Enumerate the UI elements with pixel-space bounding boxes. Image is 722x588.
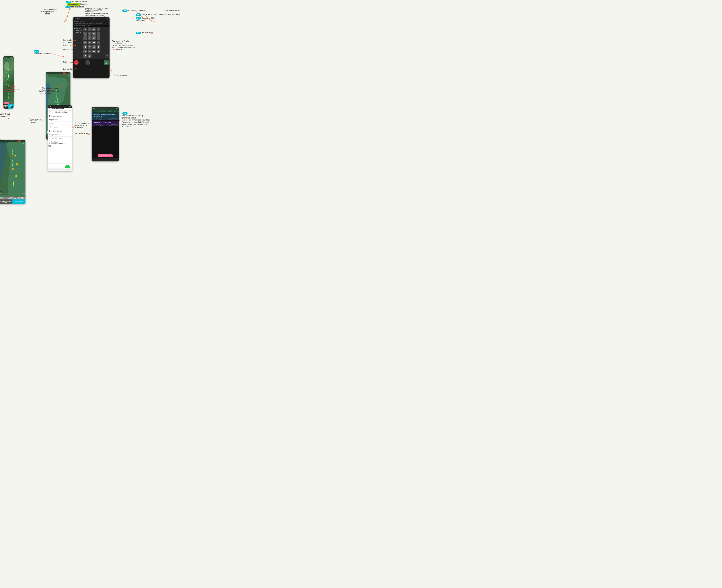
cuscuta-menu-icon[interactable]: ⋮ xyxy=(93,110,95,112)
occ-nav-bar: ⋮ ○ ‹ xyxy=(47,168,72,171)
ann-mark-uncertain: Mark as uncertain ID xyxy=(75,132,90,134)
occ-cod-foto-row[interactable]: código da foto xyxy=(47,133,72,136)
ann-mark-poi-text: Mark Point of Interest xyxy=(34,53,50,55)
clematis-fld-btn[interactable]: Fl+D xyxy=(111,124,116,126)
crassula-uncertain-btn[interactable]: ? xyxy=(95,118,98,120)
clematis-uncertain-btn[interactable]: ? xyxy=(95,124,98,126)
occ-cod-colheita-row[interactable]: código da colheita xyxy=(47,136,72,140)
spp-crassula-pheno: ⋮ ? Veg Imm Disp Fl+D Flow xyxy=(93,118,118,120)
radio-duvida[interactable]: DÚVIDA xyxy=(74,32,82,34)
key-X[interactable]: X xyxy=(97,49,100,53)
radio-genero[interactable]: GÉNERO xyxy=(74,30,82,31)
key-F[interactable]: F xyxy=(88,32,91,36)
backspace-key[interactable]: ⌫ xyxy=(105,54,109,58)
key-E[interactable]: E xyxy=(83,32,87,36)
cuscuta-fld-btn[interactable]: Fl+D xyxy=(111,110,116,112)
clematis-disp-btn[interactable]: Disp xyxy=(107,124,111,126)
key-L[interactable]: L xyxy=(97,36,100,40)
species-panel-subheader: 38.48877 -8.56440 Denom | Rank | Biol | … xyxy=(73,20,109,25)
slide-button[interactable]: SLIDE xyxy=(4,102,9,104)
key-K[interactable]: K xyxy=(92,36,96,40)
long-press-badge: LONG PRESS xyxy=(67,3,80,6)
save-inventory-btn[interactable]: 💾 xyxy=(104,60,109,65)
crassula-disp-btn[interactable]: Disp xyxy=(107,118,111,120)
key-T[interactable]: T xyxy=(97,45,100,49)
crassula-flow-btn[interactable]: Flow xyxy=(116,118,119,120)
key-B[interactable]: B xyxy=(88,27,91,31)
key-U[interactable]: U xyxy=(83,49,87,53)
key-Q[interactable]: Q xyxy=(83,45,87,49)
spp-nav-home[interactable]: ○ xyxy=(105,159,106,161)
key-D[interactable]: D xyxy=(97,27,100,31)
nav-back-icon[interactable]: ‹ xyxy=(68,168,69,171)
occ-field-2: Espontânea xyxy=(49,119,58,121)
edit-inv-btn-right[interactable]: EDIT INVENTORY 38.4858 -8.9575 xyxy=(0,200,12,204)
crassula-veg-btn[interactable]: Veg xyxy=(98,118,102,120)
phone2-menu-icon[interactable]: ☰ xyxy=(47,72,47,74)
cuscuta-flow-btn[interactable]: Flow xyxy=(116,110,119,112)
key-J[interactable]: J xyxy=(88,36,91,40)
cuscuta-uncertain-btn[interactable]: ? xyxy=(95,110,98,112)
continue-inv-btn-phone1[interactable]: CONTINUE INVENTO... xyxy=(3,104,8,109)
occ-cover-row[interactable]: cover xyxy=(47,122,72,125)
ann-clear-search: Clear search results xyxy=(165,9,180,12)
occ-battery: 61% xyxy=(69,106,71,107)
spp-time: 16:46 xyxy=(92,108,96,109)
spp-slide-btn[interactable]: ◁ SLIDE ▷ xyxy=(98,154,113,158)
key-A[interactable]: A xyxy=(83,27,87,31)
pinned-item-phillyrea[interactable]: PHILLYREA LATIFOLIA xyxy=(0,197,7,200)
nav-home-icon[interactable]: ○ xyxy=(60,168,61,171)
right-phone-search-icon[interactable]: 🔍 xyxy=(23,143,25,145)
cuscuta-veg-btn[interactable]: Veg xyxy=(98,110,102,112)
key-P[interactable]: P xyxy=(97,41,100,44)
spp-nav-menu[interactable]: ⋮ xyxy=(96,159,98,161)
clematis-flow-btn[interactable]: Flow xyxy=(116,124,119,126)
crassula-menu-icon[interactable]: ⋮ xyxy=(93,118,95,120)
ann-tap-edit-inv-text: Edit inventory properties xyxy=(128,9,146,12)
crassula-imm-btn[interactable]: Imm xyxy=(102,118,106,120)
radio-rapido[interactable]: RÁPIDO xyxy=(74,27,82,29)
key-Z[interactable]: Z xyxy=(88,54,91,58)
occ-abundance-row[interactable]: abundance xyxy=(47,125,72,129)
pinned-item-cistus[interactable]: CISTUS MONSPELIENSIS xyxy=(7,197,16,200)
gps-circle-btn[interactable]: ⊕ xyxy=(11,106,13,108)
dubious-checkbox[interactable] xyxy=(49,111,51,113)
occ-nao-especificado-row[interactable]: Não especificado xyxy=(47,114,72,118)
crassula-fld-btn[interactable]: Fl+D xyxy=(111,118,116,120)
occ-espontanea-row[interactable]: Espontânea xyxy=(47,118,72,122)
ann-clear-search-text: Clear search results xyxy=(165,9,180,12)
key-O[interactable]: O xyxy=(92,41,96,44)
key-V[interactable]: V xyxy=(88,49,91,53)
key-C[interactable]: C xyxy=(92,27,96,31)
settings-icon-sp[interactable]: ⚙ xyxy=(107,18,108,19)
pinned-item-teucrium[interactable]: TEUCRIUM HAENSELERI xyxy=(16,197,25,200)
key-W[interactable]: W xyxy=(92,49,96,53)
ann-save-inv-text: Save inventory xyxy=(116,75,127,77)
key-M[interactable]: M xyxy=(83,41,87,44)
camera-icon[interactable]: 📷 xyxy=(93,18,95,19)
new-inv-btn-right[interactable]: NEW INVENTORY xyxy=(12,200,26,204)
clematis-veg-btn[interactable]: Veg xyxy=(98,124,102,126)
occ-cod-foto: código da foto xyxy=(49,134,60,135)
clematis-imm-btn[interactable]: Imm xyxy=(102,124,106,126)
key-Y[interactable]: Y xyxy=(83,54,87,58)
kb-row-5: Q R S T xyxy=(83,45,109,49)
spp-nav-back[interactable]: ‹ xyxy=(114,159,115,161)
key-N[interactable]: N xyxy=(88,41,91,44)
occ-nao-esp2-row[interactable]: Não especificado xyxy=(47,129,72,133)
nav-menu-icon[interactable]: ⋮ xyxy=(51,168,53,171)
discard-changes-btn[interactable]: ✕ xyxy=(85,60,90,65)
ann-recalculate: TAP Recalculate GPS coordinates xyxy=(136,17,163,22)
phone2-search-icon[interactable]: 🔍 xyxy=(67,75,69,77)
key-G[interactable]: G xyxy=(92,32,96,36)
key-R[interactable]: R xyxy=(88,45,91,49)
cuscuta-disp-btn[interactable]: Disp xyxy=(107,110,111,112)
key-H[interactable]: H xyxy=(97,32,100,36)
cuscuta-imm-btn[interactable]: Imm xyxy=(102,110,106,112)
keyboard-action-row: 🗑 ✕ 💾 xyxy=(73,59,109,66)
key-S[interactable]: S xyxy=(92,45,96,49)
slide-label[interactable]: SLIDE xyxy=(4,102,9,104)
key-I[interactable]: I xyxy=(83,36,87,40)
sp-tabs: Denom | Rank | Biol | Plot | Plan | Quax… xyxy=(74,23,102,24)
ann-add-arbitrary: Add arbitrary text xyxy=(63,48,76,50)
